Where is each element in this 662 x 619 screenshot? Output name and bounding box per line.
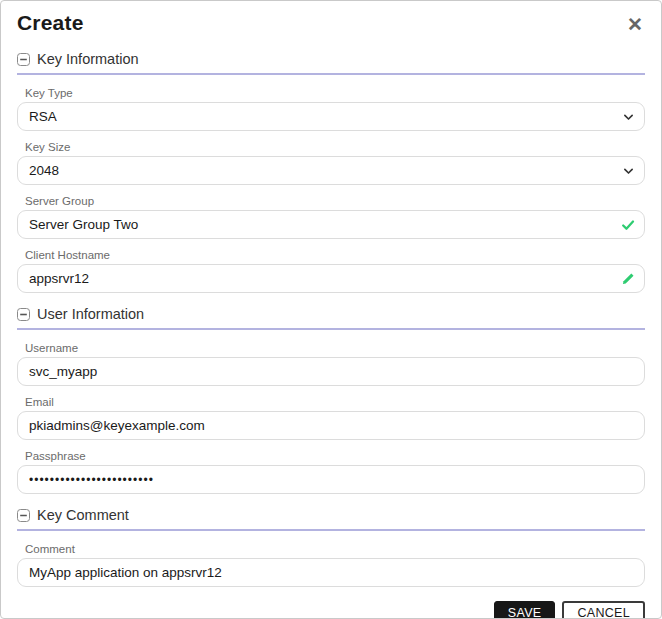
key-size-field-wrap: 2048 [17,156,645,185]
section-header-key-comment[interactable]: Key Comment [17,507,645,531]
save-button[interactable]: SAVE [494,601,556,619]
client-hostname-label: Client Hostname [25,249,645,261]
server-group-field-wrap [17,210,645,239]
passphrase-label: Passphrase [25,450,645,462]
minus-square-icon[interactable] [17,308,30,321]
minus-square-icon[interactable] [17,509,30,522]
section-header-key-information[interactable]: Key Information [17,51,645,75]
key-type-label: Key Type [25,87,645,99]
email-field-wrap [17,411,645,440]
close-icon[interactable]: ✕ [625,11,645,38]
dialog-header: Create ✕ [1,1,661,38]
comment-field-wrap [17,558,645,587]
key-comment-fields: Comment [1,543,661,587]
cancel-button[interactable]: CANCEL [562,601,645,619]
create-dialog: Create ✕ Key Information Key Type RSA Ke… [0,0,662,619]
server-group-input[interactable] [17,210,645,239]
passphrase-input[interactable] [17,465,645,494]
key-size-select[interactable]: 2048 [17,156,645,185]
section-title: Key Comment [37,507,129,523]
username-input[interactable] [17,357,645,386]
username-label: Username [25,342,645,354]
comment-label: Comment [25,543,645,555]
key-type-field-wrap: RSA [17,102,645,131]
section-title: Key Information [37,51,139,67]
client-hostname-field-wrap [17,264,645,293]
dialog-title: Create [17,11,84,35]
username-field-wrap [17,357,645,386]
dialog-footer: SAVE CANCEL [1,587,661,619]
client-hostname-input[interactable] [17,264,645,293]
comment-input[interactable] [17,558,645,587]
email-input[interactable] [17,411,645,440]
key-information-fields: Key Type RSA Key Size 2048 Server Group [1,87,661,293]
user-information-fields: Username Email Passphrase [1,342,661,494]
section-title: User Information [37,306,144,322]
key-size-label: Key Size [25,141,645,153]
passphrase-field-wrap [17,465,645,494]
minus-square-icon[interactable] [17,53,30,66]
section-header-user-information[interactable]: User Information [17,306,645,330]
key-type-select[interactable]: RSA [17,102,645,131]
email-label: Email [25,396,645,408]
server-group-label: Server Group [25,195,645,207]
